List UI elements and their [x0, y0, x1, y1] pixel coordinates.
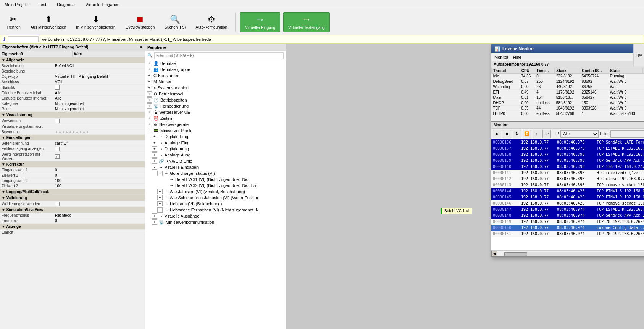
- log-row[interactable]: 00000143 192.168.0.77 08:03:40.398 TCP r…: [491, 182, 644, 188]
- tree-expand-btn[interactable]: +: [147, 79, 152, 84]
- tree-item-21[interactable]: +→Alle Jaloisien (VI) (Zentral, Beschatt…: [145, 189, 286, 195]
- scroll-bottom-button[interactable]: ⏬: [523, 130, 531, 138]
- tree-item-11[interactable]: -📟Miniserver Plank: [145, 127, 286, 134]
- monitor-menu-hilfe[interactable]: Hilfe: [513, 55, 521, 60]
- task-col-stack[interactable]: Stack: [555, 68, 580, 74]
- tree-item-18[interactable]: -→Go-e charger status (VI): [145, 170, 286, 176]
- tree-expand-btn[interactable]: +: [152, 219, 157, 225]
- tree-expand-btn[interactable]: +: [147, 91, 152, 97]
- monitor-log[interactable]: 00000136 192.168.0.77 08:03:40.376 TCP S…: [491, 139, 644, 250]
- tree-item-8[interactable]: +🌤Wetterserver UE: [145, 109, 286, 115]
- log-row[interactable]: 00000142 192.168.0.77 08:03:40.398 HTC c…: [491, 176, 644, 182]
- tree-expand-btn[interactable]: +: [147, 61, 152, 66]
- tree-expand-btn[interactable]: +: [157, 189, 163, 194]
- log-row[interactable]: 00000136 192.168.0.77 08:03:40.376 TCP S…: [491, 139, 644, 145]
- tree-expand-btn[interactable]: +: [152, 146, 157, 152]
- log-row[interactable]: 00000140 192.168.0.77 08:03:40.398 TCP 1…: [491, 164, 644, 170]
- tree-expand-btn[interactable]: +: [147, 67, 152, 72]
- log-row[interactable]: 00000139 192.168.0.77 08:03:40.398 TCP S…: [491, 158, 644, 164]
- task-row[interactable]: HTTP00,00endless584/327681Wait Listen443…: [492, 111, 644, 116]
- tree-expand-btn[interactable]: +: [157, 195, 163, 200]
- filter-dropdown[interactable]: [610, 130, 644, 138]
- tree-item-9[interactable]: +⏰Zeiten: [145, 115, 286, 121]
- tree-item-5[interactable]: +⚙Betriebsmodi: [145, 91, 286, 97]
- tree-item-14[interactable]: +→Digitale Ausg: [145, 146, 286, 152]
- task-col-cpu[interactable]: CPU: [520, 68, 535, 74]
- play-button[interactable]: ▶: [493, 130, 501, 138]
- tree-expand-btn[interactable]: -: [152, 164, 157, 170]
- tree-item-2[interactable]: +CKonstanten: [145, 73, 286, 79]
- tree-item-1[interactable]: +👥Benutzergruppe: [145, 66, 286, 73]
- tree-expand-btn[interactable]: +: [157, 201, 163, 206]
- log-row[interactable]: 00000146 192.168.0.77 08:03:40.426 TCP r…: [491, 200, 644, 206]
- tree-item-19[interactable]: +→Befehl VCI1 (VI) (Nicht zugeordnet, Ni…: [145, 176, 286, 182]
- tree-expand-btn[interactable]: +: [152, 152, 157, 158]
- virtual-text-input-button[interactable]: → Virtueller Texteingang: [283, 12, 330, 32]
- section-header-logging-mail-call-track[interactable]: ▼ Logging/Mail/Call/Track: [0, 189, 145, 195]
- scroll-left-btn[interactable]: ◀: [491, 251, 497, 257]
- tree-expand-btn[interactable]: +: [147, 85, 152, 90]
- tree-item-4[interactable]: +×Systemvariablen: [145, 85, 286, 91]
- log-row[interactable]: 00000151 192.168.0.77 08:03:40.974 TCP 7…: [491, 231, 644, 237]
- task-row[interactable]: Idle74,360232/819254956724Running00: [492, 74, 644, 79]
- task-col-contexts[interactable]: ContextS...: [580, 68, 608, 74]
- back-button[interactable]: ↩: [542, 130, 551, 138]
- virtual-input-button[interactable]: → Virtueller Eingang: [240, 12, 280, 32]
- tree-expand-btn[interactable]: +: [147, 122, 152, 127]
- task-col-time[interactable]: Time...: [535, 68, 554, 74]
- task-col-mem[interactable]: Mem: [642, 68, 644, 74]
- search-button[interactable]: 🔍 Suchen (F5): [161, 13, 189, 31]
- task-row[interactable]: TCP0,05441048/81923393928Wait Wr 000: [492, 106, 644, 111]
- ip-filter-dropdown[interactable]: Alle: [560, 130, 599, 138]
- menu-item-virtuelle[interactable]: Virtuelle Eingaben: [84, 2, 121, 8]
- log-row[interactable]: 00000145 192.168.0.77 08:03:40.426 TCP F…: [491, 194, 644, 200]
- tree-item-24[interactable]: +→Lichtszene Fernsehen (VI) (Nicht zugeo…: [145, 207, 286, 213]
- checkbox-validierung-verwenden[interactable]: [55, 202, 60, 206]
- tree-expand-btn[interactable]: +: [147, 73, 152, 78]
- stop-monitor-button[interactable]: ⏹: [503, 130, 511, 138]
- tree-expand-btn[interactable]: +: [152, 158, 157, 164]
- tree-expand-btn[interactable]: +: [147, 116, 152, 121]
- task-row[interactable]: DHCP0,00endless584/8192150Wait Wr 000: [492, 100, 644, 106]
- tree-item-7[interactable]: +📡Fernbedienung: [145, 103, 286, 109]
- log-row[interactable]: 00000149 192.168.0.77 08:03:40.974 TCP 7…: [491, 219, 644, 225]
- section-header-visualisierung[interactable]: ▼ Visualisierung: [0, 112, 145, 118]
- autoconfig-button[interactable]: ⚙ Auto-Konfiguration: [192, 13, 231, 31]
- log-row[interactable]: 00000137 192.168.0.77 08:03:40.376 TCP E…: [491, 145, 644, 152]
- section-header-validierung[interactable]: ▼ Validierung: [0, 195, 145, 201]
- log-row[interactable]: 00000141 192.168.0.77 08:03:40.398 HTC r…: [491, 170, 644, 176]
- tree-item-25[interactable]: +→Virtuelle Ausgänge: [145, 213, 286, 219]
- tree-item-0[interactable]: +👤Benutzer: [145, 60, 286, 66]
- tree-item-16[interactable]: +🔗KNX/EIB Linie: [145, 158, 286, 164]
- h-scrollbar-track[interactable]: [504, 252, 644, 256]
- filter-input[interactable]: [154, 52, 284, 59]
- section-header-simulation-liveview[interactable]: ▼ Simulation/LiveView: [0, 207, 145, 213]
- log-row[interactable]: 00000150 192.168.0.77 08:03:40.974 Loxon…: [491, 225, 644, 231]
- tree-expand-btn[interactable]: -: [147, 128, 152, 133]
- tree-item-17[interactable]: -→Virtuelle Eingaben: [145, 164, 286, 170]
- tree-expand-btn[interactable]: +: [152, 140, 157, 145]
- log-row[interactable]: 00000147 192.168.0.77 08:03:40.974 TCP E…: [491, 206, 644, 213]
- tree-item-22[interactable]: +→Alle Schiebetüren Jalousien (VI) (Wohn…: [145, 195, 286, 201]
- tree-expand-btn[interactable]: +: [147, 103, 152, 109]
- task-row[interactable]: DebugSend0,072501124/819283592Wait Wr 00…: [492, 79, 644, 84]
- task-row[interactable]: Watchdog0,0026440/819286755Wait00: [492, 84, 644, 90]
- section-header-allgemein[interactable]: ▼ Allgemein: [0, 57, 145, 63]
- tree-expand-btn[interactable]: -: [157, 171, 163, 176]
- search-input[interactable]: [8, 36, 39, 42]
- trennen-button[interactable]: ✂ Trennen: [3, 13, 24, 31]
- tree-item-10[interactable]: +🖧Netzwerkgeräte: [145, 121, 286, 127]
- tree-item-13[interactable]: +→Analoge Eing: [145, 140, 286, 146]
- task-row[interactable]: Main0,011545156/16...358427Wait Wr 000: [492, 95, 644, 100]
- tree-expand-btn[interactable]: +: [152, 134, 157, 139]
- liveview-button[interactable]: ⏹ Liveview stoppen: [122, 13, 158, 31]
- tree-expand-btn[interactable]: +: [147, 97, 152, 103]
- checkbox-werteinterpretation-mit-vorzei...[interactable]: ✓: [55, 154, 60, 159]
- task-row[interactable]: ETH0,4941176/81922325146Wait Wr 000: [492, 90, 644, 95]
- tree-item-23[interactable]: +→Licht aus (VI) (Beleuchtung): [145, 201, 286, 207]
- menu-item-test[interactable]: Test: [37, 2, 48, 8]
- task-col-state[interactable]: State: [608, 68, 642, 74]
- log-row[interactable]: 00000144 192.168.0.77 08:03:40.426 TCP F…: [491, 188, 644, 194]
- menu-item-project[interactable]: Mein Projekt: [3, 2, 29, 8]
- tree-item-15[interactable]: +→Analoge Ausg: [145, 152, 286, 158]
